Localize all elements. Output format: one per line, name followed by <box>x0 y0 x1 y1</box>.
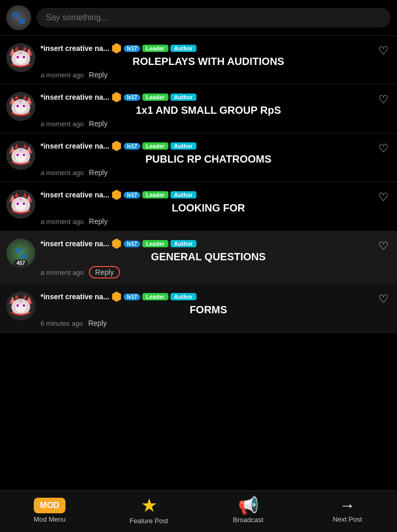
level-badge: lv17 <box>124 241 140 247</box>
broadcast-label: Broadcast <box>233 516 263 524</box>
hex-badge-icon <box>111 92 122 102</box>
comment-avatar[interactable]: ♥ <box>6 92 35 121</box>
reply-button[interactable]: Reply <box>89 71 108 79</box>
comment-header: *insert creative na...lv17LeaderAuthor <box>41 141 376 151</box>
comment-username[interactable]: *insert creative na... <box>41 93 109 101</box>
comment-username[interactable]: *insert creative na... <box>41 240 109 248</box>
avatar-img: ♥ <box>6 43 35 72</box>
mod-menu-button[interactable]: MOD Mod Menu <box>29 498 71 523</box>
next-post-icon: → <box>340 498 355 513</box>
comment-title: LOOKING FOR <box>41 202 376 214</box>
comment-time: 6 minutes ago <box>41 320 83 327</box>
top-bar: 🐾 <box>0 0 397 36</box>
like-button[interactable]: ♡ <box>376 191 391 204</box>
comment-item: ♥ *insert creative na...lv17LeaderAuthor… <box>0 134 397 182</box>
avatar-img: ♥ <box>6 92 35 121</box>
next-post-button[interactable]: → Next Post <box>327 498 368 523</box>
svg-point-37 <box>17 154 19 156</box>
author-badge: Author <box>170 240 196 247</box>
comment-header: *insert creative na...lv17LeaderAuthor <box>41 43 376 54</box>
comment-time: a moment ago <box>41 218 84 225</box>
svg-point-66 <box>23 304 25 307</box>
star-icon: ★ <box>141 496 157 515</box>
comment-item: ♥ *insert creative na...lv17LeaderAuthor… <box>0 284 397 333</box>
broadcast-button[interactable]: 📢 Broadcast <box>228 497 269 524</box>
say-something-input[interactable] <box>36 8 391 28</box>
comment-username[interactable]: *insert creative na... <box>41 292 109 301</box>
reply-button[interactable]: Reply <box>89 168 108 177</box>
comment-footer: a moment agoReply <box>41 168 376 177</box>
like-button[interactable]: ♡ <box>376 93 391 107</box>
like-button[interactable]: ♡ <box>376 292 391 306</box>
comment-time: a moment ago <box>41 269 84 276</box>
comment-list: ♥ *insert creative na...lv17LeaderAuthor… <box>0 36 397 380</box>
bottom-nav: MOD Mod Menu ★ Feature Post 📢 Broadcast … <box>0 490 397 532</box>
author-badge: Author <box>170 142 196 150</box>
top-avatar: 🐾 <box>6 5 31 30</box>
comment-title: 1x1 AND SMALL GROUP RpS <box>41 104 376 116</box>
reply-button[interactable]: Reply <box>89 217 108 225</box>
svg-point-10 <box>23 56 25 59</box>
hex-badge-icon <box>111 141 122 151</box>
hex-badge-icon <box>111 43 122 54</box>
reply-button[interactable]: Reply <box>89 119 108 128</box>
feature-post-label: Feature Post <box>129 517 168 525</box>
leader-badge: Leader <box>142 191 168 198</box>
comment-content: *insert creative na...lv17LeaderAuthorGE… <box>41 238 376 278</box>
like-button[interactable]: ♡ <box>376 44 391 58</box>
leader-badge: Leader <box>142 45 168 52</box>
next-post-label: Next Post <box>333 515 362 523</box>
comment-header: *insert creative na...lv17LeaderAuthor <box>41 291 376 302</box>
like-button[interactable]: ♡ <box>376 142 391 155</box>
comment-item: ♥ *insert creative na...lv17LeaderAuthor… <box>0 36 397 85</box>
feature-post-button[interactable]: ★ Feature Post <box>128 496 170 525</box>
comment-avatar[interactable]: ♥ <box>6 141 35 170</box>
comment-header: *insert creative na...lv17LeaderAuthor <box>41 190 376 200</box>
comment-username[interactable]: *insert creative na... <box>41 142 109 150</box>
svg-point-65 <box>17 304 19 307</box>
comment-content: *insert creative na...lv17LeaderAuthorLO… <box>41 190 376 225</box>
comment-footer: a moment agoReply <box>41 217 376 225</box>
comment-avatar[interactable]: ♥ <box>6 43 35 72</box>
leader-badge: Leader <box>142 94 168 101</box>
reply-button[interactable]: Reply <box>89 266 120 278</box>
reply-button[interactable]: Reply <box>88 319 107 327</box>
comment-avatar[interactable]: ♥ <box>6 190 35 219</box>
avatar-count-badge: 457 <box>14 260 28 267</box>
author-badge: Author <box>170 191 196 198</box>
svg-text:♥: ♥ <box>20 149 22 152</box>
broadcast-icon: 📢 <box>238 497 259 514</box>
leader-badge: Leader <box>142 293 168 300</box>
comment-footer: a moment agoReply <box>41 266 376 278</box>
comment-content: *insert creative na...lv17LeaderAuthor1x… <box>41 92 376 128</box>
comment-title: GENERAL QUESTIONS <box>41 251 376 263</box>
comment-title: PUBLIC RP CHATROOMS <box>41 153 376 165</box>
svg-point-52 <box>23 203 25 205</box>
comment-avatar[interactable]: ♥ <box>6 291 35 321</box>
avatar-img: ♥ <box>6 141 35 170</box>
author-badge: Author <box>170 45 196 52</box>
hex-badge-icon <box>111 291 122 302</box>
svg-text:♥: ♥ <box>20 197 22 201</box>
like-button[interactable]: ♡ <box>376 240 391 253</box>
comment-header: *insert creative na...lv17LeaderAuthor <box>41 92 376 102</box>
comment-avatar[interactable]: 🐾457 <box>6 238 35 268</box>
comment-title: ROLEPLAYS WITH AUDITIONS <box>41 56 376 68</box>
hex-badge-icon <box>111 190 122 200</box>
comment-header: *insert creative na...lv17LeaderAuthor <box>41 238 376 249</box>
level-badge: lv17 <box>124 143 140 150</box>
comment-title: FORMS <box>41 304 376 316</box>
comment-username[interactable]: *insert creative na... <box>41 191 109 199</box>
comment-footer: 6 minutes agoReply <box>41 319 376 327</box>
svg-text:♥: ♥ <box>20 100 22 103</box>
level-badge: lv17 <box>124 192 140 198</box>
comment-content: *insert creative na...lv17LeaderAuthorFO… <box>41 291 376 327</box>
comment-username[interactable]: *insert creative na... <box>41 44 109 52</box>
comment-item: 🐾457*insert creative na...lv17LeaderAuth… <box>0 231 397 284</box>
comment-item: ♥ *insert creative na...lv17LeaderAuthor… <box>0 182 397 231</box>
mod-icon: MOD <box>34 498 65 513</box>
comment-time: a moment ago <box>41 71 84 79</box>
comment-time: a moment ago <box>41 169 84 177</box>
avatar-img: ♥ <box>6 291 35 321</box>
top-avatar-img: 🐾 <box>6 5 31 30</box>
